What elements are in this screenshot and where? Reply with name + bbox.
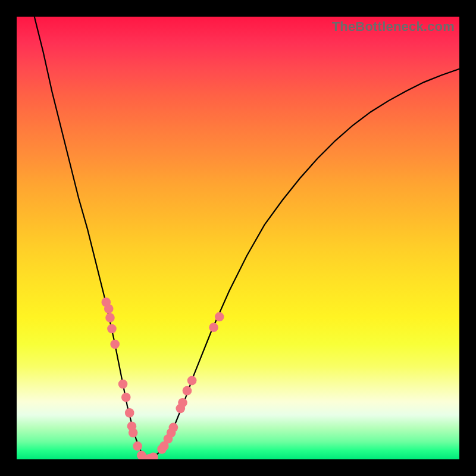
plot-area: TheBottleneck.com bbox=[17, 17, 459, 459]
chart-container: TheBottleneck.com bbox=[0, 0, 476, 476]
data-dot bbox=[129, 428, 138, 438]
data-dot bbox=[105, 313, 115, 322]
data-dot bbox=[178, 398, 187, 408]
data-dot bbox=[104, 304, 114, 314]
data-dot bbox=[133, 441, 142, 451]
data-dot bbox=[215, 312, 224, 322]
data-dot bbox=[149, 452, 158, 459]
curve-svg bbox=[17, 17, 459, 459]
data-dot bbox=[183, 386, 192, 396]
data-dot bbox=[187, 376, 197, 386]
data-dot bbox=[118, 380, 128, 389]
data-dots-group bbox=[101, 298, 224, 459]
data-dot bbox=[209, 322, 218, 332]
data-dot bbox=[125, 408, 134, 418]
data-dot bbox=[110, 340, 120, 349]
data-dot bbox=[107, 324, 117, 334]
data-dot bbox=[169, 423, 178, 433]
data-dot bbox=[121, 393, 131, 402]
bottleneck-curve bbox=[35, 17, 459, 459]
